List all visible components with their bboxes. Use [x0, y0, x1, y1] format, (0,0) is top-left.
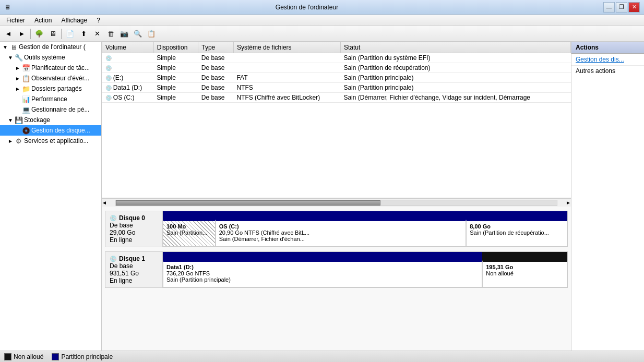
disk-0-part-os[interactable]: OS (C:) 20,90 Go NTFS (Chiffré avec BitL… — [216, 220, 467, 247]
minimize-button[interactable]: — — [603, 2, 615, 13]
forward-button[interactable]: ► — [16, 28, 28, 40]
expand-outils[interactable]: ▼ — [7, 54, 14, 61]
actions-title: Actions — [571, 42, 644, 54]
expand-observateur[interactable]: ► — [15, 75, 21, 81]
menu-affichage[interactable]: Affichage — [57, 16, 91, 25]
expand-planificateur[interactable]: ► — [15, 65, 21, 71]
cell-volume: 💿 OS (C:) — [102, 93, 154, 103]
search-button[interactable]: 🔍 — [132, 28, 144, 40]
menu-help[interactable]: ? — [92, 16, 104, 25]
sidebar-item-dossiers[interactable]: ► 📁 Dossiers partagés — [0, 83, 101, 94]
table-row[interactable]: 💿 Data1 (D:) Simple De base NTFS Sain (P… — [102, 83, 571, 93]
maximize-button[interactable]: ❐ — [616, 2, 627, 13]
expand-performance[interactable] — [15, 96, 21, 102]
legend-unalloued: Non alloué — [4, 353, 43, 360]
sidebar-item-outils[interactable]: ▼ 🔧 Outils système — [0, 52, 101, 63]
hscroll-track[interactable] — [115, 200, 557, 206]
table-row[interactable]: 💿 Simple De base Sain (Partition de récu… — [102, 63, 571, 73]
cell-type: De base — [198, 53, 234, 63]
hscroll-thumb[interactable] — [116, 200, 380, 206]
toolbar-sep-2 — [61, 29, 62, 39]
disk-1-size: 931,51 Go — [110, 270, 158, 277]
expand-dossiers[interactable]: ► — [15, 86, 21, 92]
disk-0-part-recovery-detail: Sain (Partition de récupératio... — [470, 230, 564, 236]
table-row[interactable]: 💿 Simple De base Sain (Partition du syst… — [102, 53, 571, 63]
disk-1-part-data[interactable]: Data1 (D:) 736,20 Go NTFS Sain (Partitio… — [163, 260, 482, 287]
actions-primary-link[interactable]: Gestion des dis... — [571, 54, 644, 66]
cell-volume: 💿 Data1 (D:) — [102, 83, 154, 93]
disk-0-type: De base — [110, 222, 158, 229]
properties-button[interactable]: 🗑 — [104, 28, 117, 40]
table-row[interactable]: 💿 OS (C:) Simple De base NTFS (Chiffré a… — [102, 93, 571, 103]
menu-action[interactable]: Action — [30, 16, 56, 25]
stockage-icon: 💾 — [15, 116, 23, 124]
show-hide-tree-button[interactable]: 🌳 — [33, 28, 45, 40]
disk-0-part-recovery[interactable]: 8,00 Go Sain (Partition de récupératio..… — [466, 220, 567, 247]
export-button[interactable]: 📋 — [145, 28, 158, 40]
disk-0-part-os-detail2: Sain (Démarrer, Fichier d'échan... — [219, 236, 463, 242]
menu-fichier[interactable]: Fichier — [2, 16, 29, 25]
col-statut[interactable]: Statut — [340, 42, 570, 53]
col-type[interactable]: Type — [198, 42, 234, 53]
col-disposition[interactable]: Disposition — [153, 42, 198, 53]
disk-1-type: De base — [110, 262, 158, 270]
cell-statut: Sain (Démarrer, Fichier d'échange, Vidag… — [340, 93, 570, 103]
disk-1-part-unalloc[interactable]: 195,31 Go Non alloué — [482, 260, 567, 287]
sidebar-item-stockage[interactable]: ▼ 💾 Stockage — [0, 115, 101, 125]
sidebar-item-performance[interactable]: 📊 Performance — [0, 94, 101, 104]
sidebar-item-root[interactable]: ▼ 🖥 Gestion de l'ordinateur ( — [0, 42, 101, 52]
disk-1-name: Disque 1 — [119, 255, 145, 262]
cell-disposition: Simple — [153, 93, 198, 103]
delete-button[interactable]: ✕ — [91, 28, 103, 40]
expand-root[interactable]: ▼ — [2, 44, 8, 50]
hscroll-right[interactable]: ► — [566, 200, 571, 206]
new-window-button[interactable]: 📄 — [64, 28, 76, 40]
disk-0-part-efi[interactable]: 100 Mo Sain (Partition... — [163, 220, 216, 247]
snapshot-button[interactable]: 📷 — [118, 28, 130, 40]
disk-1-part-unalloc-detail: Non alloué — [486, 270, 564, 276]
expand-stockage[interactable]: ▼ — [7, 117, 14, 123]
cell-statut: Sain (Partition de récupération) — [340, 63, 570, 73]
up-button[interactable]: ⬆ — [77, 28, 90, 40]
expand-gestion-disques[interactable] — [15, 127, 21, 134]
toolbar-sep-1 — [30, 29, 31, 39]
legend-principale: Partition principale — [52, 353, 113, 360]
legend-black-box — [4, 353, 11, 360]
expand-gestionnaire[interactable] — [15, 106, 21, 113]
disk-0-name: Disque 0 — [119, 214, 145, 222]
actions-secondary-item[interactable]: Autres actions — [571, 66, 644, 76]
back-button[interactable]: ◄ — [2, 28, 15, 40]
root-label: Gestion de l'ordinateur ( — [19, 43, 86, 51]
planificateur-label: Planificateur de tâc... — [31, 64, 90, 71]
performance-icon: 📊 — [22, 95, 30, 103]
disk-1-info: 💿 Disque 1 De base 931,51 Go En ligne — [105, 252, 163, 287]
col-fs[interactable]: Système de fichiers — [233, 42, 340, 53]
sidebar-item-observateur[interactable]: ► 📋 Observateur d'évér... — [0, 73, 101, 83]
disk-0-part-efi-detail: Sain (Partition... — [166, 230, 212, 236]
table-row[interactable]: 💿 (E:) Simple De base FAT Sain (Partitio… — [102, 73, 571, 83]
horizontal-scrollbar[interactable]: ◄ ► — [102, 198, 571, 207]
dossiers-icon: 📁 — [22, 85, 30, 93]
hscroll-left[interactable]: ◄ — [102, 200, 107, 206]
sidebar-item-gestion-disques[interactable]: 💿 Gestion des disque... — [0, 125, 101, 136]
sidebar-item-planificateur[interactable]: ► 📅 Planificateur de tâc... — [0, 63, 101, 73]
disk-0-bar-3 — [466, 211, 567, 220]
disk-1-status: En ligne — [110, 277, 158, 284]
menubar: Fichier Action Affichage ? — [0, 15, 644, 26]
disk-0-parts-row: 100 Mo Sain (Partition... OS (C:) 20,90 … — [163, 220, 567, 247]
disk-1-part-unalloc-name: 195,31 Go — [486, 264, 564, 270]
disk-1-part-data-detail1: 736,20 Go NTFS — [166, 270, 479, 276]
sidebar-item-services[interactable]: ► ⚙ Services et applicatio... — [0, 136, 101, 146]
content-area: Volume Disposition Type Système de fichi… — [102, 42, 571, 351]
services-icon: ⚙ — [15, 137, 23, 145]
expand-services[interactable]: ► — [7, 138, 14, 144]
disk-0-part-os-detail1: 20,90 Go NTFS (Chiffré avec BitL... — [219, 230, 463, 236]
disk-table: Volume Disposition Type Système de fichi… — [102, 42, 571, 103]
sidebar-item-gestionnaire[interactable]: 💻 Gestionnaire de pé... — [0, 104, 101, 115]
observateur-label: Observateur d'évér... — [31, 75, 89, 82]
services-label: Services et applicatio... — [24, 137, 88, 144]
col-volume[interactable]: Volume — [102, 42, 154, 53]
disk-0-partitions: 100 Mo Sain (Partition... OS (C:) 20,90 … — [163, 211, 567, 247]
close-button[interactable]: ✕ — [628, 2, 640, 13]
computer-button[interactable]: 🖥 — [46, 28, 59, 40]
